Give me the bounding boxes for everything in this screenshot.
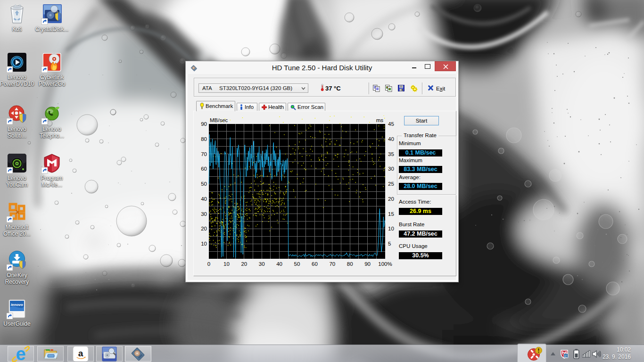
svg-text:100%: 100% xyxy=(378,261,392,267)
svg-text:20: 20 xyxy=(388,196,394,202)
svg-text:50: 50 xyxy=(201,181,207,187)
svg-text:60: 60 xyxy=(312,261,318,267)
svg-text:a: a xyxy=(78,348,83,358)
svg-text:C: C xyxy=(565,354,568,358)
svg-text:20: 20 xyxy=(241,261,247,267)
svg-text:90: 90 xyxy=(201,121,207,127)
svg-text:80: 80 xyxy=(347,261,353,267)
svg-text:25: 25 xyxy=(388,181,394,187)
svg-text:50: 50 xyxy=(294,261,300,267)
svg-text:35: 35 xyxy=(388,151,394,157)
svg-text:40: 40 xyxy=(388,136,394,142)
svg-text:40: 40 xyxy=(276,261,282,267)
svg-text:45: 45 xyxy=(388,121,394,127)
svg-text:20: 20 xyxy=(201,226,207,231)
svg-text:10: 10 xyxy=(388,226,394,231)
svg-text:10: 10 xyxy=(201,241,207,247)
svg-text:70: 70 xyxy=(201,151,207,157)
svg-text:80: 80 xyxy=(201,136,207,142)
svg-text:lenovo: lenovo xyxy=(11,303,23,307)
svg-text:30: 30 xyxy=(388,166,394,172)
svg-text:30: 30 xyxy=(201,211,207,217)
svg-text:5: 5 xyxy=(388,241,391,247)
svg-text:10: 10 xyxy=(223,261,230,267)
svg-text:30: 30 xyxy=(259,261,265,267)
svg-text:MB/sec: MB/sec xyxy=(210,117,228,123)
svg-text:70: 70 xyxy=(329,261,335,267)
svg-text:0: 0 xyxy=(207,261,210,267)
svg-text:90: 90 xyxy=(364,261,371,267)
svg-text:15: 15 xyxy=(388,211,394,217)
svg-text:40: 40 xyxy=(201,196,207,202)
svg-text:ms: ms xyxy=(376,117,384,123)
svg-text:e: e xyxy=(16,346,25,362)
svg-text:60: 60 xyxy=(201,166,207,172)
